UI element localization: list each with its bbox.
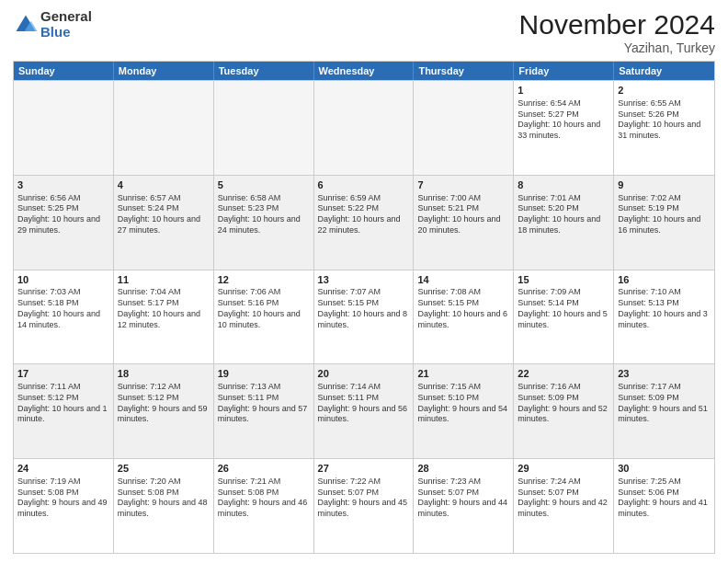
day-info: Sunrise: 6:59 AMSunset: 5:22 PMDaylight:… xyxy=(318,193,410,236)
calendar: SundayMondayTuesdayWednesdayThursdayFrid… xyxy=(13,61,715,554)
day-number: 19 xyxy=(218,367,310,381)
day-info: Sunrise: 7:21 AMSunset: 5:08 PMDaylight:… xyxy=(218,477,310,520)
day-number: 29 xyxy=(518,462,609,476)
calendar-cell xyxy=(414,81,514,175)
logo: General Blue xyxy=(13,9,92,40)
day-number: 27 xyxy=(318,462,410,476)
day-number: 28 xyxy=(417,462,509,476)
day-info: Sunrise: 7:13 AMSunset: 5:11 PMDaylight:… xyxy=(218,382,310,425)
page: General Blue November 2024 Yazihan, Turk… xyxy=(0,0,728,563)
day-info: Sunrise: 7:14 AMSunset: 5:11 PMDaylight:… xyxy=(318,382,410,425)
calendar-cell: 1Sunrise: 6:54 AMSunset: 5:27 PMDaylight… xyxy=(514,81,614,175)
calendar-header-day: Tuesday xyxy=(214,62,314,80)
calendar-cell: 27Sunrise: 7:22 AMSunset: 5:07 PMDayligh… xyxy=(314,459,415,553)
day-number: 9 xyxy=(618,178,711,192)
calendar-header-day: Wednesday xyxy=(314,62,415,80)
day-number: 1 xyxy=(518,84,609,98)
calendar-cell: 23Sunrise: 7:17 AMSunset: 5:09 PMDayligh… xyxy=(614,364,714,458)
calendar-cell: 6Sunrise: 6:59 AMSunset: 5:22 PMDaylight… xyxy=(314,176,415,270)
calendar-cell: 20Sunrise: 7:14 AMSunset: 5:11 PMDayligh… xyxy=(314,364,415,458)
calendar-row: 24Sunrise: 7:19 AMSunset: 5:08 PMDayligh… xyxy=(14,458,714,553)
day-info: Sunrise: 7:17 AMSunset: 5:09 PMDaylight:… xyxy=(618,382,711,425)
day-number: 11 xyxy=(118,273,210,287)
calendar-cell: 3Sunrise: 6:56 AMSunset: 5:25 PMDaylight… xyxy=(14,176,114,270)
day-info: Sunrise: 6:55 AMSunset: 5:26 PMDaylight:… xyxy=(618,98,711,142)
day-info: Sunrise: 6:54 AMSunset: 5:27 PMDaylight:… xyxy=(518,98,609,142)
calendar-cell: 14Sunrise: 7:08 AMSunset: 5:15 PMDayligh… xyxy=(414,270,514,364)
title-section: November 2024 Yazihan, Turkey xyxy=(519,9,715,55)
day-info: Sunrise: 7:22 AMSunset: 5:07 PMDaylight:… xyxy=(318,477,410,520)
day-info: Sunrise: 7:15 AMSunset: 5:10 PMDaylight:… xyxy=(417,382,509,425)
day-number: 14 xyxy=(417,273,509,287)
calendar-cell: 29Sunrise: 7:24 AMSunset: 5:07 PMDayligh… xyxy=(514,459,614,553)
day-number: 4 xyxy=(118,178,210,192)
day-info: Sunrise: 7:04 AMSunset: 5:17 PMDaylight:… xyxy=(118,287,210,330)
calendar-row: 3Sunrise: 6:56 AMSunset: 5:25 PMDaylight… xyxy=(14,175,714,270)
day-info: Sunrise: 7:24 AMSunset: 5:07 PMDaylight:… xyxy=(518,477,609,520)
calendar-cell xyxy=(114,81,214,175)
calendar-cell: 2Sunrise: 6:55 AMSunset: 5:26 PMDaylight… xyxy=(614,81,714,175)
day-info: Sunrise: 7:10 AMSunset: 5:13 PMDaylight:… xyxy=(618,287,711,330)
calendar-cell xyxy=(314,81,415,175)
calendar-cell: 22Sunrise: 7:16 AMSunset: 5:09 PMDayligh… xyxy=(514,364,614,458)
day-number: 16 xyxy=(618,273,711,287)
day-info: Sunrise: 6:57 AMSunset: 5:24 PMDaylight:… xyxy=(118,193,210,236)
day-info: Sunrise: 7:01 AMSunset: 5:20 PMDaylight:… xyxy=(518,193,609,236)
calendar-cell: 15Sunrise: 7:09 AMSunset: 5:14 PMDayligh… xyxy=(514,270,614,364)
day-number: 10 xyxy=(17,273,109,287)
day-number: 3 xyxy=(17,178,109,192)
day-info: Sunrise: 7:25 AMSunset: 5:06 PMDaylight:… xyxy=(618,477,711,520)
day-info: Sunrise: 7:16 AMSunset: 5:09 PMDaylight:… xyxy=(518,382,609,425)
day-number: 15 xyxy=(518,273,609,287)
calendar-row: 1Sunrise: 6:54 AMSunset: 5:27 PMDaylight… xyxy=(14,80,714,175)
calendar-cell xyxy=(214,81,314,175)
calendar-cell: 28Sunrise: 7:23 AMSunset: 5:07 PMDayligh… xyxy=(414,459,514,553)
calendar-cell: 5Sunrise: 6:58 AMSunset: 5:23 PMDaylight… xyxy=(214,176,314,270)
calendar-row: 10Sunrise: 7:03 AMSunset: 5:18 PMDayligh… xyxy=(14,270,714,364)
day-info: Sunrise: 7:20 AMSunset: 5:08 PMDaylight:… xyxy=(118,477,210,520)
calendar-cell xyxy=(14,81,114,175)
day-number: 8 xyxy=(518,178,609,192)
day-number: 7 xyxy=(417,178,509,192)
calendar-row: 17Sunrise: 7:11 AMSunset: 5:12 PMDayligh… xyxy=(14,363,714,458)
calendar-cell: 25Sunrise: 7:20 AMSunset: 5:08 PMDayligh… xyxy=(114,459,214,553)
month-title: November 2024 xyxy=(519,9,715,40)
calendar-header: SundayMondayTuesdayWednesdayThursdayFrid… xyxy=(14,62,714,80)
day-info: Sunrise: 7:06 AMSunset: 5:16 PMDaylight:… xyxy=(218,287,310,330)
calendar-cell: 7Sunrise: 7:00 AMSunset: 5:21 PMDaylight… xyxy=(414,176,514,270)
day-number: 18 xyxy=(118,367,210,381)
day-info: Sunrise: 6:58 AMSunset: 5:23 PMDaylight:… xyxy=(218,193,310,236)
day-number: 23 xyxy=(618,367,711,381)
calendar-cell: 9Sunrise: 7:02 AMSunset: 5:19 PMDaylight… xyxy=(614,176,714,270)
day-number: 30 xyxy=(618,462,711,476)
day-number: 5 xyxy=(218,178,310,192)
day-number: 17 xyxy=(17,367,109,381)
day-info: Sunrise: 7:02 AMSunset: 5:19 PMDaylight:… xyxy=(618,193,711,236)
day-info: Sunrise: 7:11 AMSunset: 5:12 PMDaylight:… xyxy=(17,382,109,425)
day-number: 6 xyxy=(318,178,410,192)
day-number: 21 xyxy=(417,367,509,381)
day-info: Sunrise: 7:09 AMSunset: 5:14 PMDaylight:… xyxy=(518,287,609,330)
day-info: Sunrise: 7:08 AMSunset: 5:15 PMDaylight:… xyxy=(417,287,509,330)
day-number: 24 xyxy=(17,462,109,476)
calendar-cell: 24Sunrise: 7:19 AMSunset: 5:08 PMDayligh… xyxy=(14,459,114,553)
day-info: Sunrise: 7:23 AMSunset: 5:07 PMDaylight:… xyxy=(417,477,509,520)
calendar-header-day: Friday xyxy=(514,62,614,80)
day-info: Sunrise: 7:03 AMSunset: 5:18 PMDaylight:… xyxy=(17,287,109,330)
calendar-cell: 18Sunrise: 7:12 AMSunset: 5:12 PMDayligh… xyxy=(114,364,214,458)
day-number: 2 xyxy=(618,84,711,98)
day-number: 20 xyxy=(318,367,410,381)
calendar-cell: 30Sunrise: 7:25 AMSunset: 5:06 PMDayligh… xyxy=(614,459,714,553)
calendar-cell: 12Sunrise: 7:06 AMSunset: 5:16 PMDayligh… xyxy=(214,270,314,364)
calendar-cell: 8Sunrise: 7:01 AMSunset: 5:20 PMDaylight… xyxy=(514,176,614,270)
calendar-cell: 11Sunrise: 7:04 AMSunset: 5:17 PMDayligh… xyxy=(114,270,214,364)
logo-text: General Blue xyxy=(40,9,92,40)
calendar-body: 1Sunrise: 6:54 AMSunset: 5:27 PMDaylight… xyxy=(14,80,714,553)
calendar-header-day: Saturday xyxy=(614,62,714,80)
calendar-cell: 16Sunrise: 7:10 AMSunset: 5:13 PMDayligh… xyxy=(614,270,714,364)
day-number: 25 xyxy=(118,462,210,476)
day-number: 13 xyxy=(318,273,410,287)
day-number: 26 xyxy=(218,462,310,476)
day-info: Sunrise: 7:07 AMSunset: 5:15 PMDaylight:… xyxy=(318,287,410,330)
day-number: 12 xyxy=(218,273,310,287)
